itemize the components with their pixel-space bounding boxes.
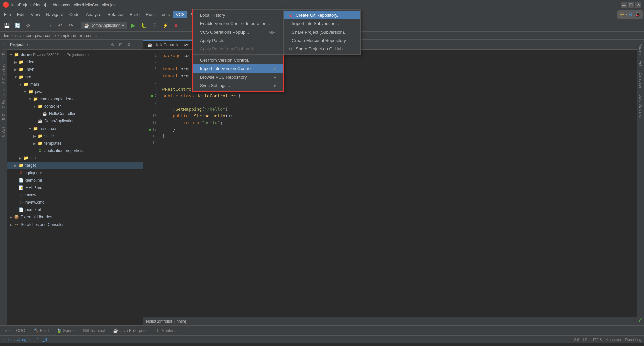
status-position[interactable]: 12:6 — [572, 338, 579, 342]
sidebar-tab-web[interactable]: 6: Web — [1, 123, 7, 140]
stop-button[interactable]: ■ — [171, 21, 181, 30]
tree-item-iml[interactable]: 📄 demo.iml — [7, 177, 143, 184]
vcs-menu-local-history[interactable]: Local History — [193, 11, 283, 19]
status-encoding[interactable]: UTF-8 — [591, 338, 602, 342]
submenu-share-github[interactable]: ⊛ Share Project on GitHub — [284, 45, 360, 53]
tree-item-gitignore[interactable]: ⊘ .gitignore — [7, 169, 143, 177]
menu-refactor[interactable]: Refactor — [105, 11, 126, 18]
right-tab-ant[interactable]: Ant — [638, 58, 644, 69]
tree-item-mvnw-cmd[interactable]: ▷ mvnw.cmd — [7, 199, 143, 206]
breadcrumb-cont[interactable]: cont... — [86, 33, 97, 38]
right-tab-database[interactable]: Database — [638, 70, 644, 91]
tree-item-idea[interactable]: ▶ 📁 .idea — [7, 58, 143, 66]
forward-button[interactable]: → — [45, 21, 54, 30]
submenu-import-subversion[interactable]: Import into Subversion... — [284, 19, 360, 28]
tree-item-app-properties[interactable]: ⚙ application.properties — [7, 147, 143, 154]
hide-panel-button[interactable]: — — [133, 41, 140, 48]
menu-navigate[interactable]: Navigate — [43, 11, 66, 18]
tree-item-scratches[interactable]: ▶ ✏ Scratches and Consoles — [7, 221, 143, 228]
back-button[interactable]: ← — [34, 21, 44, 30]
vcs-menu-apply-patch[interactable]: Apply Patch... — [193, 36, 283, 45]
refresh-button[interactable]: ↺ — [23, 21, 33, 30]
submenu-create-mercurial[interactable]: Create Mercurial Repository — [284, 36, 360, 45]
bottom-tab-problems[interactable]: ⚠ Problems — [154, 327, 180, 334]
bottom-tab-terminal[interactable]: ⌨ Terminal — [81, 327, 107, 334]
coverage-button[interactable]: ☑ — [150, 21, 159, 30]
run-config-dropdown[interactable]: ☕ DemoApplication ▾ — [81, 22, 127, 29]
debug-button[interactable]: 🐛 — [139, 21, 149, 30]
tree-item-controller[interactable]: ▼ 📁 controller — [7, 103, 143, 110]
menu-run[interactable]: Run — [143, 11, 156, 18]
profiler-button[interactable]: ⚡ — [161, 21, 170, 30]
vcs-menu-operations-popup[interactable]: VCS Operations Popup... Alt+` — [193, 28, 283, 36]
editor-bc-hello[interactable]: hello() — [176, 319, 187, 324]
right-tab-maven[interactable]: Maven — [638, 41, 644, 57]
minimize-button[interactable]: — — [621, 2, 627, 8]
menu-vcs[interactable]: VCS — [173, 11, 187, 18]
editor-bc-hello-controller[interactable]: HelloController — [146, 319, 172, 324]
status-spaces[interactable]: 4 spaces — [606, 338, 621, 342]
tree-item-com-example-demo[interactable]: ▼ 📁 com.example.demo — [7, 95, 143, 103]
breadcrumb-example[interactable]: example — [55, 33, 70, 38]
bottom-tab-todo[interactable]: ✓ 6: TODO — [3, 327, 28, 334]
editor-tab-hello-controller[interactable]: ☕ HelloController.java — [143, 40, 194, 49]
vcs-menu-apply-patch-clipboard[interactable]: Apply Patch from Clipboard... — [193, 45, 283, 53]
run-button[interactable]: ▶ — [128, 21, 138, 30]
menu-view[interactable]: View — [28, 11, 43, 18]
sidebar-tab-favorites[interactable]: 2: Favorites — [1, 62, 7, 86]
tree-item-root[interactable]: ▼ 📁 demo D:\Users\83998\IdeaProjects\dem… — [7, 51, 143, 58]
tree-item-test[interactable]: ▶ 📁 test — [7, 154, 143, 162]
tree-item-main[interactable]: ▼ 📁 main — [7, 81, 143, 88]
tree-item-target[interactable]: ▶ 📁 target — [7, 162, 143, 169]
tree-item-src[interactable]: ▼ 📁 src — [7, 73, 143, 81]
collapse-all-button[interactable]: ⊟ — [117, 41, 124, 48]
tree-item-resources[interactable]: ▼ 📁 resources — [7, 125, 143, 132]
right-tab-build-validation[interactable]: Build Validation — [638, 92, 644, 122]
menu-code[interactable]: Code — [67, 11, 83, 18]
vcs-menu-enable-vcs[interactable]: Enable Version Control Integration... — [193, 19, 283, 28]
close-button[interactable]: ✕ — [635, 2, 641, 8]
tree-item-mvn[interactable]: ▶ 📁 .mvn — [7, 66, 143, 73]
sidebar-tab-project[interactable]: 1: Project — [1, 41, 7, 62]
menu-tools[interactable]: Tools — [157, 11, 172, 18]
submenu-share-subversion[interactable]: Share Project (Subversion)... — [284, 28, 360, 36]
breadcrumb-java[interactable]: java — [35, 33, 42, 38]
settings-button[interactable]: ⚙ — [125, 41, 132, 48]
status-url[interactable]: https://blog.usdm/c..._ill- — [8, 338, 48, 342]
redo-button[interactable]: ↷ — [66, 21, 76, 30]
save-all-button[interactable]: 💾 — [2, 21, 11, 30]
vcs-menu-browse-repo[interactable]: Browse VCS Repository ▶ — [193, 73, 283, 81]
tree-item-hello-controller[interactable]: ☕ HelloController — [7, 110, 143, 117]
submenu-create-git[interactable]: ⊘ Create Git Repository... — [284, 11, 360, 19]
menu-file[interactable]: File — [1, 11, 14, 18]
menu-edit[interactable]: Edit — [14, 11, 27, 18]
breadcrumb-main[interactable]: main — [23, 33, 32, 38]
tree-item-static[interactable]: ▶ 📁 static — [7, 132, 143, 140]
undo-button[interactable]: ↶ — [56, 21, 65, 30]
sidebar-tab-structure[interactable]: 7: Structure — [1, 87, 7, 111]
bottom-tab-spring[interactable]: 🍃 Spring — [55, 327, 77, 334]
breadcrumb-src[interactable]: src — [15, 33, 21, 38]
tree-item-demo-application[interactable]: ☕ DemoApplication — [7, 117, 143, 125]
bottom-tab-java-enterprise[interactable]: ☕ Java Enterprise — [111, 327, 149, 334]
tree-item-pom[interactable]: 📄 pom.xml — [7, 206, 143, 213]
tree-item-mvnw[interactable]: ▷ mvnw — [7, 191, 143, 199]
vcs-menu-get-from-vcs[interactable]: Get from Version Control... — [193, 56, 283, 64]
menu-build[interactable]: Build — [127, 11, 142, 18]
vcs-menu-import-vcs[interactable]: Import into Version Control ▶ — [193, 64, 283, 73]
tree-item-templates[interactable]: ▶ 📁 templates — [7, 140, 143, 147]
tree-item-java[interactable]: ▼ 📁 java — [7, 88, 143, 95]
sidebar-tab-z[interactable]: 5: Z — [1, 111, 7, 123]
synchronize-button[interactable]: 🔄 — [13, 21, 22, 30]
bottom-tab-build[interactable]: 🔨 Build — [32, 327, 51, 334]
breadcrumb-demo2[interactable]: demo — [73, 33, 83, 38]
status-lf[interactable]: LF — [583, 338, 587, 342]
vcs-menu-sync-settings[interactable]: Sync Settings... ▶ — [193, 81, 283, 90]
tree-item-help-md[interactable]: 📝 HELP.md — [7, 184, 143, 191]
menu-analyze[interactable]: Analyze — [83, 11, 104, 18]
breadcrumb-demo[interactable]: demo — [3, 33, 13, 38]
maximize-button[interactable]: ❐ — [628, 2, 634, 8]
breadcrumb-com[interactable]: com — [45, 33, 53, 38]
tree-item-external-libs[interactable]: ▶ 📦 External Libraries — [7, 213, 143, 221]
locate-file-button[interactable]: ⊕ — [109, 41, 116, 48]
